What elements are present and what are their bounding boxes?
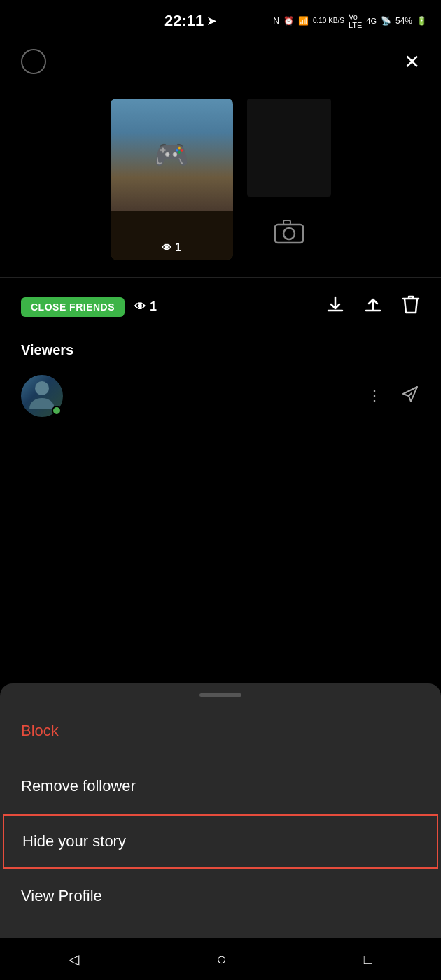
top-controls: ✕ [0, 42, 441, 81]
story-game-preview: 🎮 [111, 99, 233, 211]
view-count-inline: 👁 1 [134, 299, 157, 314]
close-friends-badge: CLOSE FRIENDS [21, 297, 125, 317]
viewers-section: Viewers ⋮ [0, 335, 441, 436]
camera-icon[interactable] [261, 204, 317, 260]
online-indicator [52, 406, 62, 416]
view-profile-button[interactable]: View Profile [0, 869, 441, 924]
signal-icon: 📶 [298, 16, 309, 26]
status-time: 22:11 [164, 12, 204, 30]
block-button[interactable]: Block [0, 704, 441, 759]
story-thumbnail[interactable]: 🎮 👁 1 [111, 99, 233, 260]
svg-point-1 [284, 228, 295, 239]
viewer-actions: ⋮ [367, 384, 420, 408]
story-view-count: 👁 1 [162, 241, 181, 254]
wifi-icon: 📡 [381, 16, 391, 26]
home-button[interactable]: ○ [216, 949, 227, 969]
nav-bar: ◁ ○ □ [0, 938, 441, 980]
story-dark-placeholder [247, 99, 331, 197]
status-icons: N ⏰ 📶 0.10 KB/S VoLTE 4G 📡 54% 🔋 [273, 13, 427, 29]
nfc-icon: N [273, 16, 279, 26]
hide-story-button[interactable]: Hide your story [3, 814, 438, 869]
battery-level: 54% [396, 16, 412, 26]
svg-rect-2 [284, 220, 290, 225]
eye-icon-bar: 👁 [134, 301, 146, 313]
share-button[interactable] [364, 295, 382, 318]
navigation-icon: ➤ [206, 13, 217, 29]
eye-icon: 👁 [162, 242, 172, 253]
story-preview: 🎮 👁 1 [0, 81, 441, 277]
story-info-bar: CLOSE FRIENDS 👁 1 [0, 278, 441, 335]
recents-button[interactable]: □ [364, 951, 372, 967]
send-button[interactable] [400, 384, 420, 408]
bottom-sheet: Block Remove follower Hide your story Vi… [0, 683, 441, 938]
story-actions [326, 294, 420, 320]
viewer-avatar-container [21, 375, 63, 417]
download-button[interactable] [326, 295, 344, 318]
status-bar: 22:11 ➤ N ⏰ 📶 0.10 KB/S VoLTE 4G 📡 54% 🔋 [0, 0, 441, 42]
circle-button[interactable] [21, 49, 46, 74]
4g-icon: 4G [366, 17, 377, 25]
remove-follower-button[interactable]: Remove follower [0, 759, 441, 814]
network-speed: 0.10 KB/S [313, 17, 344, 25]
more-options-button[interactable]: ⋮ [367, 387, 384, 405]
delete-button[interactable] [402, 294, 420, 320]
sheet-handle-bar [200, 693, 241, 697]
viewers-label: Viewers [21, 342, 420, 358]
close-button[interactable]: ✕ [404, 50, 420, 73]
lte-icon: VoLTE [349, 13, 362, 29]
battery-icon: 🔋 [416, 16, 427, 26]
viewer-row: ⋮ [21, 369, 420, 422]
back-button[interactable]: ◁ [69, 951, 79, 967]
sheet-handle [0, 683, 441, 704]
svg-point-3 [35, 381, 49, 395]
alarm-icon: ⏰ [284, 16, 294, 26]
